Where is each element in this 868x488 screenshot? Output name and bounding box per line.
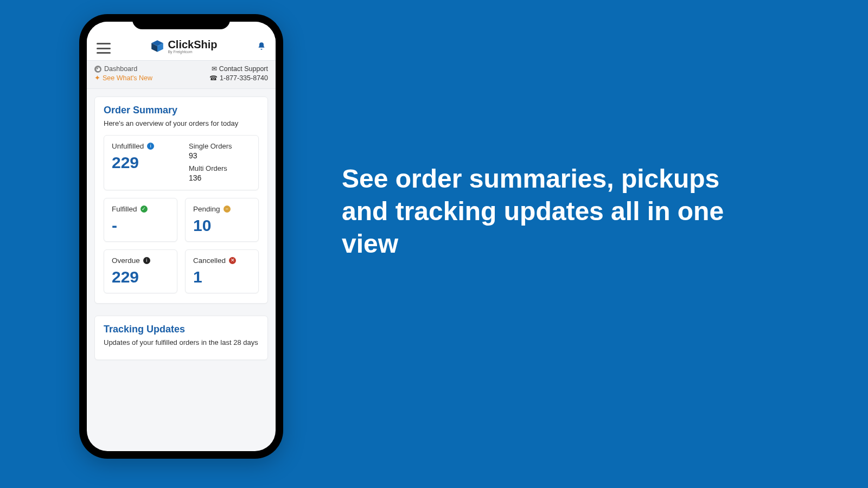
dashboard-icon: ◕ [94, 66, 101, 73]
breadcrumb-label: Dashboard [104, 65, 137, 73]
sub-header: ◕ Dashboard ✉ Contact Support ✦ See What… [87, 61, 276, 89]
multi-orders-label: Multi Orders [189, 164, 251, 172]
contact-support-link[interactable]: ✉ Contact Support [212, 65, 268, 73]
check-icon: ✓ [141, 206, 148, 213]
notifications-icon[interactable] [257, 41, 266, 54]
menu-icon[interactable] [97, 43, 111, 54]
whats-new-label: See What's New [103, 74, 152, 82]
overdue-card[interactable]: Overdue i 229 [104, 249, 177, 293]
pending-label: Pending [193, 205, 220, 213]
main-content: Order Summary Here's an overview of your… [87, 89, 276, 380]
single-orders-label: Single Orders [189, 142, 251, 150]
order-summary-panel: Order Summary Here's an overview of your… [94, 97, 268, 304]
order-summary-description: Here's an overview of your orders for to… [104, 119, 259, 127]
box-icon [150, 39, 164, 53]
fulfilled-value: - [112, 217, 169, 234]
pending-value: 10 [193, 217, 251, 234]
phone-notch [132, 14, 230, 29]
fulfilled-card[interactable]: Fulfilled ✓ - [104, 198, 177, 242]
pending-card[interactable]: Pending − 10 [185, 198, 259, 242]
cancelled-value: 1 [193, 269, 251, 285]
minus-icon: − [224, 206, 231, 213]
unfulfilled-label: Unfulfilled [112, 142, 144, 150]
mail-icon: ✉ [212, 65, 217, 73]
single-orders-value: 93 [189, 151, 251, 160]
tracking-updates-description: Updates of your fulfilled orders in the … [104, 338, 259, 346]
unfulfilled-card[interactable]: Unfulfilled i 229 Single Orders 93 Multi… [104, 135, 259, 190]
breadcrumb[interactable]: ◕ Dashboard [94, 65, 137, 73]
info-icon: i [143, 257, 150, 264]
phone-frame: ClickShip By Freightcom ◕ Dashboard ✉ Co… [79, 14, 283, 459]
brand-tagline: By Freightcom [168, 50, 217, 54]
tracking-updates-title: Tracking Updates [104, 324, 259, 335]
marketing-headline: See order summaries, pickups and trackin… [342, 163, 765, 260]
contact-support-label: Contact Support [219, 65, 268, 73]
brand-name: ClickShip [168, 38, 217, 50]
app-screen: ClickShip By Freightcom ◕ Dashboard ✉ Co… [87, 22, 276, 451]
tracking-updates-panel: Tracking Updates Updates of your fulfill… [94, 316, 268, 360]
support-phone[interactable]: ☎ 1-877-335-8740 [209, 74, 268, 82]
support-phone-number: 1-877-335-8740 [220, 74, 268, 82]
cancelled-card[interactable]: Cancelled ✕ 1 [185, 249, 259, 293]
overdue-value: 229 [112, 269, 169, 285]
whats-new-link[interactable]: ✦ See What's New [94, 74, 152, 82]
fulfilled-label: Fulfilled [112, 205, 137, 213]
app-logo: ClickShip By Freightcom [150, 38, 217, 54]
sparkle-icon: ✦ [94, 74, 100, 82]
overdue-label: Overdue [112, 256, 140, 265]
x-icon: ✕ [229, 257, 236, 264]
multi-orders-value: 136 [189, 174, 251, 182]
phone-icon: ☎ [209, 74, 218, 82]
info-icon: i [147, 143, 154, 150]
unfulfilled-value: 229 [112, 155, 174, 171]
order-summary-title: Order Summary [104, 105, 259, 116]
cancelled-label: Cancelled [193, 256, 226, 265]
